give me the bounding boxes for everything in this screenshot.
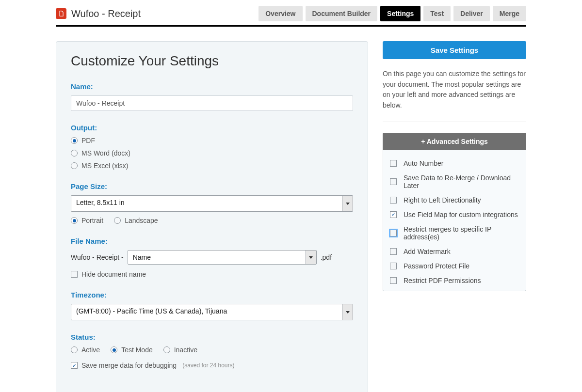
output-label: Output: — [71, 124, 353, 132]
status-option[interactable]: Inactive — [163, 346, 197, 354]
adv-item[interactable]: Right to Left Directionality — [390, 193, 519, 207]
adv-checkbox[interactable] — [390, 248, 397, 255]
adv-checkbox[interactable] — [390, 197, 397, 204]
pagesize-label: Page Size: — [71, 182, 353, 190]
orientation-option[interactable]: Landscape — [114, 217, 158, 224]
output-option[interactable]: PDF — [71, 137, 353, 144]
advanced-toggle[interactable]: + Advanced Settings — [383, 133, 526, 150]
adv-item[interactable]: Use Field Map for custom integrations — [390, 207, 519, 222]
adv-checkbox[interactable] — [390, 263, 397, 269]
status-option-label: Test Mode — [121, 346, 153, 354]
filename-ext: .pdf — [321, 253, 332, 261]
debug-checkbox[interactable] — [71, 362, 78, 369]
brand: Wufoo - Receipt — [56, 8, 141, 19]
output-option[interactable]: MS Excel (xlsx) — [71, 162, 353, 170]
radio-icon[interactable] — [71, 150, 78, 157]
adv-item[interactable]: Add Watermark — [390, 244, 519, 259]
radio-icon[interactable] — [163, 346, 170, 353]
radio-icon[interactable] — [71, 217, 78, 224]
radio-icon[interactable] — [114, 217, 121, 224]
pagesize-value: Letter, 8.5x11 in — [71, 196, 342, 211]
orientation-label: Portrait — [81, 217, 103, 224]
adv-checkbox[interactable] — [390, 230, 397, 236]
output-option[interactable]: MS Word (docx) — [71, 149, 353, 157]
debug-hint: (saved for 24 hours) — [182, 362, 234, 369]
adv-item[interactable]: Restrict merges to specific IP address(e… — [390, 222, 519, 244]
pdf-icon — [56, 8, 66, 19]
chevron-down-icon — [342, 196, 353, 211]
adv-item-label: Restrict merges to specific IP address(e… — [404, 225, 519, 241]
debug-row[interactable]: Save merge data for debugging (saved for… — [71, 361, 353, 369]
hide-docname-row[interactable]: Hide document name — [71, 270, 353, 278]
chevron-down-icon — [306, 251, 316, 264]
hide-docname-checkbox[interactable] — [71, 271, 78, 278]
pagesize-select[interactable]: Letter, 8.5x11 in — [71, 195, 353, 212]
adv-item[interactable]: Auto Number — [390, 156, 519, 171]
filename-label: File Name: — [71, 237, 353, 245]
tab-overview[interactable]: Overview — [259, 6, 302, 21]
status-option[interactable]: Test Mode — [111, 346, 153, 354]
timezone-label: Timezone: — [71, 291, 353, 299]
output-option-label: PDF — [81, 137, 95, 144]
radio-icon[interactable] — [71, 137, 78, 144]
section-timezone: Timezone: (GMT-8:00) - Pacific Time (US … — [71, 291, 353, 320]
tab-merge[interactable]: Merge — [493, 6, 526, 21]
output-option-label: MS Excel (xlsx) — [81, 162, 128, 170]
tab-settings[interactable]: Settings — [380, 6, 420, 21]
radio-icon[interactable] — [71, 162, 78, 169]
radio-icon[interactable] — [111, 346, 117, 353]
section-filename: File Name: Wufoo - Receipt - Name .pdf H… — [71, 237, 353, 278]
adv-item-label: Auto Number — [404, 159, 443, 167]
timezone-value: (GMT-8:00) - Pacific Time (US & Canada),… — [71, 304, 342, 320]
adv-item-label: Right to Left Directionality — [404, 196, 481, 204]
section-pagesize: Page Size: Letter, 8.5x11 in PortraitLan… — [71, 182, 353, 224]
adv-item-label: Restrict PDF Permissions — [404, 277, 481, 284]
orientation-label: Landscape — [125, 217, 158, 224]
adv-item[interactable]: Save Data to Re-Merge / Download Later — [390, 171, 519, 193]
adv-item-label: Use Field Map for custom integrations — [404, 211, 518, 219]
section-output: Output: PDFMS Word (docx)MS Excel (xlsx) — [71, 124, 353, 170]
side-panel: Save Settings On this page you can custo… — [383, 41, 526, 291]
status-option-label: Active — [81, 346, 100, 354]
adv-checkbox[interactable] — [390, 277, 397, 284]
settings-panel: Customize Your Settings Name: Output: PD… — [56, 41, 368, 392]
adv-checkbox[interactable] — [390, 211, 397, 218]
orientation-option[interactable]: Portrait — [71, 217, 103, 224]
status-option[interactable]: Active — [71, 346, 100, 354]
adv-checkbox[interactable] — [390, 160, 397, 167]
filename-token-select[interactable]: Name — [128, 250, 317, 265]
tab-document-builder[interactable]: Document Builder — [306, 6, 378, 21]
section-status: Status: ActiveTest ModeInactive Save mer… — [71, 333, 353, 369]
adv-item-label: Password Protect File — [404, 262, 469, 270]
timezone-select[interactable]: (GMT-8:00) - Pacific Time (US & Canada),… — [71, 304, 353, 320]
tab-deliver[interactable]: Deliver — [453, 6, 490, 21]
output-option-label: MS Word (docx) — [81, 149, 130, 157]
name-input[interactable] — [71, 95, 353, 111]
debug-label: Save merge data for debugging — [81, 361, 177, 369]
adv-item[interactable]: Restrict PDF Permissions — [390, 273, 519, 288]
top-bar: Wufoo - Receipt OverviewDocument Builder… — [56, 0, 526, 27]
adv-item-label: Add Watermark — [404, 248, 451, 255]
main-tabs: OverviewDocument BuilderSettingsTestDeli… — [259, 6, 526, 21]
tab-test[interactable]: Test — [423, 6, 451, 21]
status-option-label: Inactive — [174, 346, 197, 354]
save-settings-button[interactable]: Save Settings — [383, 41, 526, 59]
hide-docname-label: Hide document name — [81, 270, 146, 278]
filename-prefix: Wufoo - Receipt - — [71, 253, 124, 261]
section-name: Name: — [71, 82, 353, 111]
adv-item[interactable]: Password Protect File — [390, 259, 519, 273]
adv-checkbox[interactable] — [390, 178, 397, 185]
status-label: Status: — [71, 333, 353, 341]
brand-title: Wufoo - Receipt — [71, 8, 141, 19]
adv-item-label: Save Data to Re-Merge / Download Later — [404, 174, 519, 189]
radio-icon[interactable] — [71, 346, 78, 353]
page-title: Customize Your Settings — [71, 53, 353, 69]
filename-token: Name — [128, 251, 306, 264]
advanced-box: Auto NumberSave Data to Re-Merge / Downl… — [383, 150, 526, 291]
name-label: Name: — [71, 82, 353, 91]
chevron-down-icon — [342, 304, 353, 320]
side-description: On this page you can customize the setti… — [383, 69, 526, 122]
